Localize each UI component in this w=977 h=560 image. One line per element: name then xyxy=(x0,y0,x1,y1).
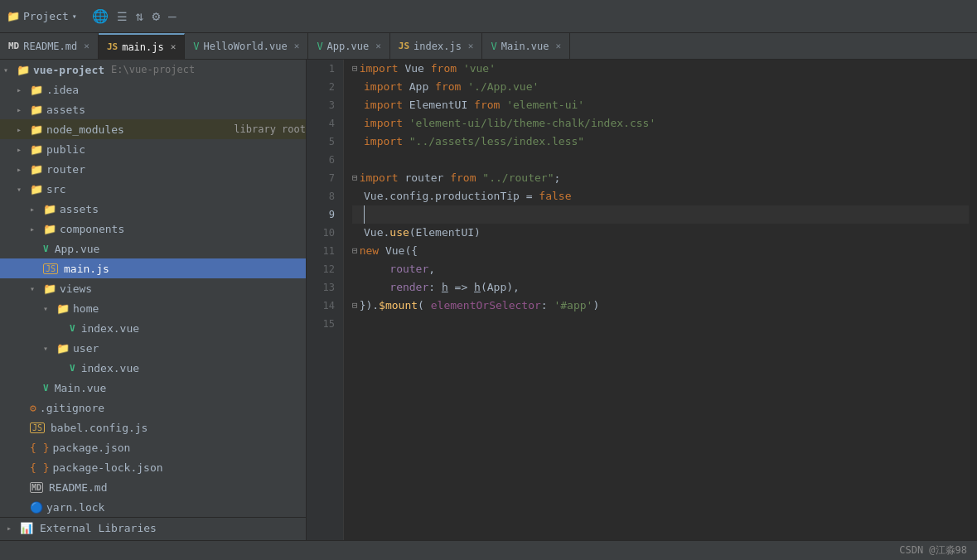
external-libs-label: External Libraries xyxy=(40,522,157,534)
readme-icon: MD xyxy=(30,482,43,493)
tab-app-vue[interactable]: V App.vue ✕ xyxy=(308,33,389,59)
tab-app-vue-label: App.vue xyxy=(327,41,370,52)
tree-index-vue-user[interactable]: V index.vue xyxy=(0,358,306,378)
code-area: 1 2 3 4 5 6 7 8 9 10 11 12 13 14 15 ⊟ xyxy=(307,60,977,540)
tree-index-vue-home[interactable]: V index.vue xyxy=(0,318,306,338)
components-label: components xyxy=(60,223,306,235)
main-vue-label: Main.vue xyxy=(55,382,306,394)
tab-hello-world-close[interactable]: ✕ xyxy=(294,41,300,51)
assets-root-icon: 📁 xyxy=(30,104,43,116)
status-text: CSDN @江淼98 xyxy=(899,543,967,558)
public-icon: 📁 xyxy=(30,143,43,156)
package-lock-label: package-lock.json xyxy=(52,461,306,474)
md-icon: MD xyxy=(8,41,19,51)
line-numbers: 1 2 3 4 5 6 7 8 9 10 11 12 13 14 15 xyxy=(307,60,344,540)
project-title[interactable]: 📁 Project ▾ xyxy=(7,10,77,22)
tree-package-json[interactable]: { } package.json xyxy=(0,437,306,457)
reformat-icon[interactable]: ⇅ xyxy=(136,8,144,24)
line-num-3: 3 xyxy=(313,96,335,114)
tab-readme[interactable]: MD README.md ✕ xyxy=(0,33,99,59)
code-line-15 xyxy=(352,315,969,333)
tree-main-vue[interactable]: V Main.vue xyxy=(0,378,306,398)
tree-router[interactable]: 📁 router xyxy=(0,159,306,179)
tree-src[interactable]: 📁 src xyxy=(0,179,306,199)
index-vue-user-icon: V xyxy=(70,363,75,374)
code-line-11: ⊟ new Vue({ xyxy=(352,242,969,260)
minimize-icon[interactable]: — xyxy=(168,8,177,24)
code-line-2: import App from './App.vue' xyxy=(352,78,969,96)
tab-index-js-close[interactable]: ✕ xyxy=(468,41,474,51)
project-dropdown-icon[interactable]: ▾ xyxy=(72,12,77,21)
index-vue-user-label: index.vue xyxy=(81,362,306,374)
tab-main-vue-close[interactable]: ✕ xyxy=(556,41,562,51)
fold-marker-1: ⊟ xyxy=(352,60,358,78)
project-folder-icon: 📁 xyxy=(7,10,20,22)
line-num-14: 14 xyxy=(313,297,335,315)
settings-icon[interactable]: ⚙ xyxy=(152,8,160,24)
tree-main-js[interactable]: JS main.js xyxy=(0,258,306,278)
fold-marker-14: ⊟ xyxy=(352,297,358,315)
main-js-label: main.js xyxy=(64,263,306,275)
app-vue-label: App.vue xyxy=(55,243,306,255)
tree-gitignore[interactable]: ⚙ .gitignore xyxy=(0,398,306,418)
line-num-13: 13 xyxy=(313,278,335,297)
code-line-13: render : h => h (App), xyxy=(352,278,969,297)
js-icon-2: JS xyxy=(399,41,409,51)
tree-views[interactable]: 📁 views xyxy=(0,278,306,298)
line-num-5: 5 xyxy=(313,133,335,151)
public-arrow xyxy=(17,145,27,154)
gitignore-icon: ⚙ xyxy=(30,402,36,414)
code-editor[interactable]: 1 2 3 4 5 6 7 8 9 10 11 12 13 14 15 ⊟ xyxy=(307,60,977,540)
tree-readme[interactable]: MD README.md xyxy=(0,477,306,497)
tree-yarn-lock[interactable]: 🔵 yarn.lock xyxy=(0,497,306,517)
tree-package-lock[interactable]: { } package-lock.json xyxy=(0,457,306,477)
line-num-7: 7 xyxy=(313,169,335,187)
babel-config-icon: JS xyxy=(30,422,45,433)
package-json-label: package.json xyxy=(52,442,306,454)
tree-public[interactable]: 📁 public xyxy=(0,139,306,159)
line-num-12: 12 xyxy=(313,260,335,278)
tree-node-modules[interactable]: 📁 node_modules library root xyxy=(0,119,306,139)
tree-idea[interactable]: 📁 .idea xyxy=(0,80,306,99)
sidebar-bottom: 📊 External Libraries ✏️ Scratches and Co… xyxy=(0,517,306,540)
project-root-arrow xyxy=(3,65,13,75)
assets-src-label: assets xyxy=(60,203,306,215)
vue-icon-2: V xyxy=(317,41,322,52)
tree-home[interactable]: 📁 home xyxy=(0,298,306,318)
tab-hello-world[interactable]: V HelloWorld.vue ✕ xyxy=(185,33,308,59)
tree-components[interactable]: 📁 components xyxy=(0,219,306,239)
assets-src-icon: 📁 xyxy=(43,203,56,215)
tree-babel-config[interactable]: JS babel.config.js xyxy=(0,418,306,437)
menu-icon[interactable]: ☰ xyxy=(117,10,128,23)
tab-main-js-label: main.js xyxy=(122,41,164,53)
tab-main-vue[interactable]: V Main.vue ✕ xyxy=(482,33,570,59)
line-num-6: 6 xyxy=(313,151,335,169)
tree-user[interactable]: 📁 user xyxy=(0,338,306,358)
tab-app-vue-close[interactable]: ✕ xyxy=(375,41,381,51)
line-num-1: 1 xyxy=(313,60,335,78)
tab-index-js[interactable]: JS index.js ✕ xyxy=(390,33,483,59)
yarn-lock-label: yarn.lock xyxy=(46,501,306,514)
tab-index-js-label: index.js xyxy=(414,41,462,52)
external-libraries[interactable]: 📊 External Libraries xyxy=(0,518,306,538)
tab-main-js[interactable]: JS main.js ✕ xyxy=(99,33,185,59)
user-icon: 📁 xyxy=(56,342,70,355)
code-line-14: ⊟ }). $mount ( elementOrSelector : '#app… xyxy=(352,297,969,315)
views-icon: 📁 xyxy=(43,282,56,295)
tab-readme-close[interactable]: ✕ xyxy=(84,41,89,51)
code-line-6 xyxy=(352,151,969,169)
tree-app-vue[interactable]: V App.vue xyxy=(0,239,306,258)
readme-label: README.md xyxy=(49,481,306,494)
code-line-12: router , xyxy=(352,260,969,278)
package-lock-icon: { } xyxy=(30,461,49,474)
code-line-8: Vue . config . productionTip = false xyxy=(352,187,969,205)
code-lines: ⊟ import Vue from 'vue' import App from … xyxy=(344,60,977,540)
tree-assets-src[interactable]: 📁 assets xyxy=(0,199,306,219)
components-icon: 📁 xyxy=(43,223,56,235)
tab-main-js-close[interactable]: ✕ xyxy=(171,41,177,52)
router-label: router xyxy=(46,163,306,176)
src-arrow xyxy=(17,185,27,194)
project-root[interactable]: 📁 vue-project E:\vue-project xyxy=(0,60,306,80)
tree-assets-root[interactable]: 📁 assets xyxy=(0,99,306,119)
globe-icon[interactable]: 🌐 xyxy=(92,8,109,24)
